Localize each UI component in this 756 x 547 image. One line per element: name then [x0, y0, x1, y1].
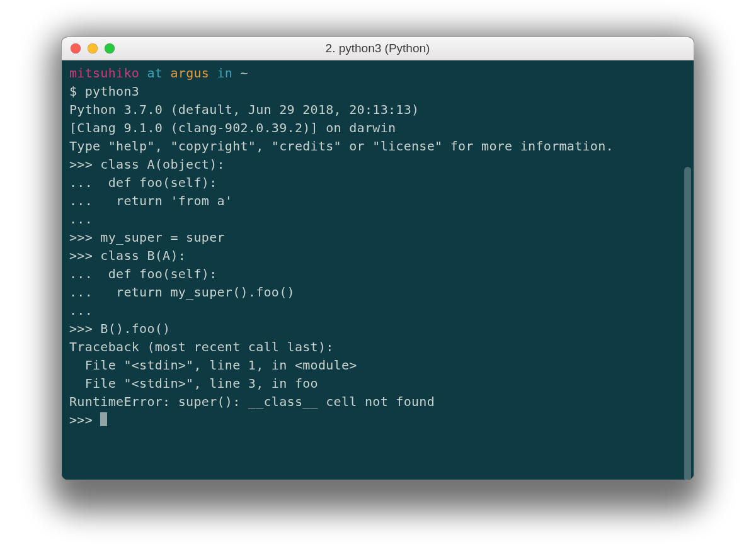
terminal-line: >>> [69, 412, 100, 427]
titlebar[interactable]: 2. python3 (Python) [62, 37, 694, 60]
terminal-line: $ python3 [69, 84, 139, 99]
traffic-lights [62, 43, 115, 54]
prompt-in: in [217, 65, 233, 81]
terminal-line: File "<stdin>", line 1, in <module> [69, 358, 357, 373]
terminal-line: ... return my_super().foo() [69, 285, 295, 300]
terminal-line: Type "help", "copyright", "credits" or "… [69, 138, 614, 154]
terminal-line: Python 3.7.0 (default, Jun 29 2018, 20:1… [69, 102, 419, 117]
terminal-line: ... [69, 303, 93, 318]
scrollbar-thumb[interactable] [684, 167, 691, 480]
window-title: 2. python3 (Python) [62, 42, 694, 55]
minimize-icon[interactable] [88, 43, 98, 54]
terminal-body[interactable]: mitsuhiko at argus in ~ $ python3 Python… [62, 60, 694, 480]
scrollbar-track[interactable] [684, 60, 692, 478]
terminal-line: File "<stdin>", line 3, in foo [69, 376, 318, 391]
terminal-line: RuntimeError: super(): __class__ cell no… [69, 394, 435, 409]
terminal-window: 2. python3 (Python) mitsuhiko at argus i… [61, 37, 694, 480]
terminal-line: >>> class A(object): [69, 157, 225, 172]
terminal-line: ... return 'from a' [69, 193, 232, 208]
prompt-path: ~ [241, 65, 248, 81]
terminal-line: ... def foo(self): [69, 175, 217, 190]
prompt-user: mitsuhiko [69, 65, 139, 81]
zoom-icon[interactable] [105, 43, 115, 54]
terminal-line: Traceback (most recent call last): [69, 339, 334, 354]
terminal-line: >>> my_super = super [69, 230, 225, 245]
close-icon[interactable] [71, 43, 81, 54]
terminal-line: ... def foo(self): [69, 266, 217, 281]
terminal-line: [Clang 9.1.0 (clang-902.0.39.2)] on darw… [69, 120, 396, 135]
terminal-line: >>> B().foo() [69, 321, 170, 336]
cursor-block-icon [100, 412, 107, 426]
terminal-line: ... [69, 211, 93, 227]
terminal-line: >>> class B(A): [69, 248, 186, 263]
prompt-at: at [147, 65, 163, 81]
prompt-host: argus [170, 65, 209, 81]
